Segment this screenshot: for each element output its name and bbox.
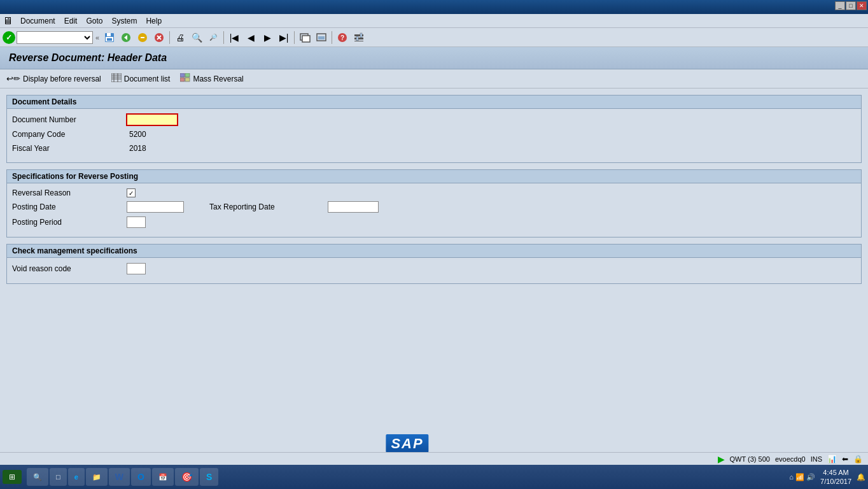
clock: 4:45 AM 7/10/2017 — [820, 468, 851, 486]
svg-rect-7 — [141, 37, 144, 38]
customize-button[interactable] — [351, 30, 367, 45]
user-info: evoecdq0 — [775, 455, 806, 463]
restore-button[interactable]: □ — [846, 1, 856, 10]
document-list-label: Document list — [124, 74, 171, 83]
page-title: Reverse Document: Header Data — [9, 52, 167, 63]
navigate-back-icon[interactable]: ⬅ — [842, 455, 848, 464]
specifications-header: Specifications for Reverse Posting — [7, 170, 861, 183]
menu-bar: 🖥 Document Edit Goto System Help — [0, 14, 868, 28]
content-area: Document Details Document Number Company… — [0, 89, 868, 297]
svg-rect-21 — [356, 36, 358, 41]
title-bar: _ □ ✕ — [0, 0, 868, 14]
display-before-reversal-label: Display before reversal — [23, 74, 101, 83]
void-reason-code-label: Void reason code — [12, 264, 127, 273]
app1-icon: 🎯 — [181, 472, 192, 482]
close-button[interactable]: ✕ — [857, 1, 867, 10]
posting-period-input[interactable] — [127, 216, 146, 228]
check-management-body: Void reason code — [7, 258, 861, 283]
tax-reporting-date-label: Tax Reporting Date — [209, 202, 324, 211]
find-next-button[interactable]: 🔎 — [206, 30, 221, 45]
windows-icon: ⊞ — [9, 472, 15, 481]
app-icon: 🖥 — [3, 15, 13, 27]
save-button[interactable] — [102, 30, 117, 45]
svg-rect-22 — [111, 73, 122, 82]
mass-reversal-button[interactable]: Mass Reversal — [180, 73, 243, 84]
svg-text:?: ? — [340, 34, 344, 41]
taskbar-edge[interactable]: e — [68, 468, 85, 486]
reversal-reason-checkbox[interactable]: ✓ — [127, 188, 136, 197]
posting-period-label: Posting Period — [12, 218, 127, 227]
taskbar-word[interactable]: W — [109, 468, 130, 486]
prev-page-button[interactable]: ◀ — [243, 30, 258, 45]
taskbar-task-view[interactable]: □ — [50, 468, 67, 486]
edge-icon: e — [74, 473, 78, 481]
fiscal-year-row: Fiscal Year 2018 — [12, 143, 856, 153]
posting-date-row: Posting Date Tax Reporting Date — [12, 201, 856, 213]
taskbar-explorer[interactable]: 📁 — [86, 468, 108, 486]
outlook-icon: O — [137, 472, 144, 482]
system-tray-icons: ⌂ 📶 🔊 — [789, 473, 815, 481]
transaction-dropdown[interactable] — [17, 31, 93, 44]
notification-icon[interactable]: 🔔 — [857, 473, 865, 481]
next-page-button[interactable]: ▶ — [260, 30, 275, 45]
menu-help[interactable]: Help — [142, 15, 165, 27]
svg-rect-19 — [354, 41, 363, 41]
tax-reporting-date-input[interactable] — [328, 201, 379, 213]
company-code-value: 5200 — [127, 129, 149, 139]
start-button[interactable]: ⊞ — [3, 470, 22, 484]
skype-icon: S — [206, 472, 212, 482]
document-list-button[interactable]: Document list — [111, 73, 171, 84]
check-management-section: Check management specifications Void rea… — [6, 244, 862, 284]
svg-rect-20 — [360, 33, 362, 38]
menu-system[interactable]: System — [108, 15, 141, 27]
taskbar-outlook[interactable]: O — [131, 468, 151, 486]
create-session-button[interactable] — [297, 30, 312, 45]
task-view-icon: □ — [56, 473, 60, 481]
menu-edit[interactable]: Edit — [60, 15, 81, 27]
taskbar-calendar[interactable]: 📅 — [152, 468, 174, 486]
window-controls[interactable]: _ □ ✕ — [835, 1, 867, 10]
sap-logo: SAP — [386, 434, 428, 453]
posting-date-input[interactable] — [127, 201, 184, 213]
find-button[interactable]: 🔍 — [189, 30, 204, 45]
page-header: Reverse Document: Header Data — [0, 47, 868, 69]
calendar-icon: 📅 — [158, 473, 167, 481]
display-icon: ↩✏ — [6, 74, 20, 83]
back-nav-icon[interactable]: « — [94, 34, 101, 41]
ok-button[interactable]: ✓ — [3, 31, 15, 44]
explorer-icon: 📁 — [92, 473, 101, 481]
first-page-button[interactable]: |◀ — [227, 30, 242, 45]
svg-rect-18 — [354, 38, 363, 39]
posting-date-label: Posting Date — [12, 202, 127, 211]
menu-goto[interactable]: Goto — [82, 15, 106, 27]
cancel-button[interactable] — [151, 30, 167, 45]
status-bar: ▶ QWT (3) 500 evoecdq0 INS 📊 ⬅ 🔒 — [0, 452, 868, 465]
reversal-reason-row: Reversal Reason ✓ — [12, 188, 856, 197]
taskbar-skype[interactable]: S — [200, 468, 218, 486]
svg-rect-3 — [107, 38, 112, 41]
check-management-header: Check management specifications — [7, 244, 861, 258]
svg-rect-29 — [180, 78, 185, 82]
void-reason-code-input[interactable] — [127, 263, 146, 274]
help-button[interactable]: ? — [335, 30, 350, 45]
print-button[interactable]: 🖨 — [172, 30, 188, 45]
play-icon[interactable]: ▶ — [718, 454, 725, 464]
svg-rect-28 — [180, 73, 185, 77]
document-number-row: Document Number — [12, 114, 856, 125]
svg-rect-12 — [302, 36, 310, 42]
taskbar-app1[interactable]: 🎯 — [175, 468, 199, 486]
void-reason-code-row: Void reason code — [12, 263, 856, 274]
specifications-section: Specifications for Reverse Posting Rever… — [6, 169, 862, 237]
taskbar-search[interactable]: 🔍 — [27, 468, 48, 486]
menu-document[interactable]: Document — [17, 15, 59, 27]
display-before-reversal-button[interactable]: ↩✏ Display before reversal — [6, 74, 101, 83]
fiscal-year-label: Fiscal Year — [12, 144, 127, 153]
last-page-button[interactable]: ▶| — [276, 30, 291, 45]
document-number-input[interactable] — [127, 114, 178, 125]
mode-button[interactable] — [314, 30, 329, 45]
chart-icon: 📊 — [827, 455, 837, 464]
exit-button[interactable] — [135, 30, 150, 45]
mass-reversal-icon — [180, 73, 190, 84]
minimize-button[interactable]: _ — [835, 1, 845, 10]
back-button[interactable] — [118, 30, 134, 45]
